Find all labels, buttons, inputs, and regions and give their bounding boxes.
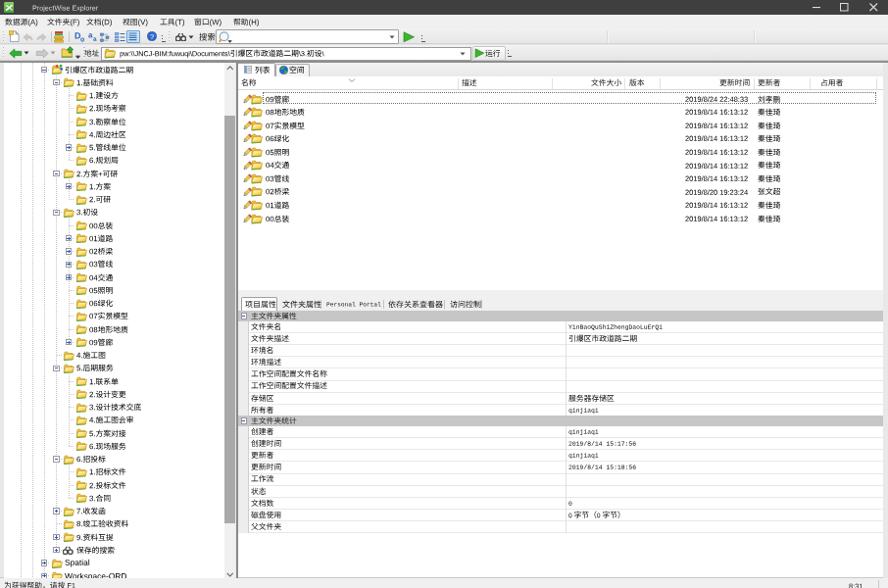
svg-text:?: ? [149,31,154,40]
